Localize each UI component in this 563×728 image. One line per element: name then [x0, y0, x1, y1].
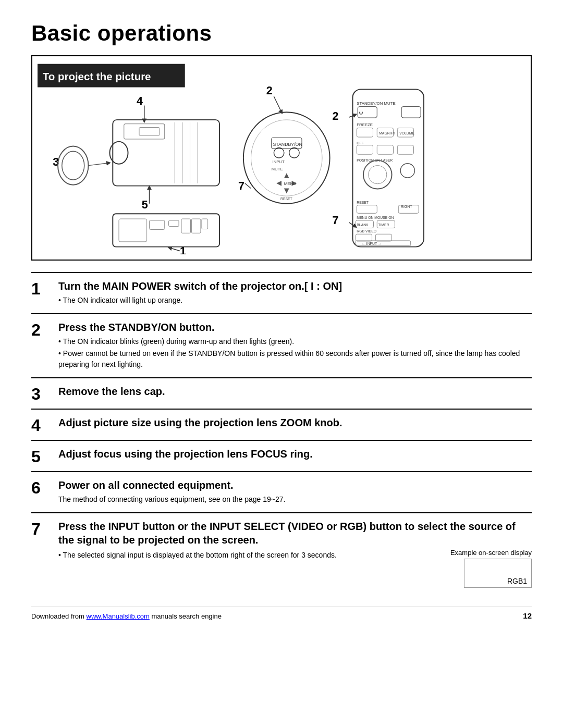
step-1-row: 1 Turn the MAIN POWER switch of the proj…	[31, 272, 532, 313]
step-1-title: Turn the MAIN POWER switch of the projec…	[58, 279, 532, 293]
svg-text:⏻: ⏻	[359, 110, 363, 115]
step-7-title: Press the INPUT button or the INPUT SELE…	[58, 520, 532, 547]
svg-text:4: 4	[137, 95, 143, 107]
step-4-row: 4 Adjust picture size using the projecti…	[31, 409, 532, 440]
step-7-row: 7 Press the INPUT button or the INPUT SE…	[31, 512, 532, 594]
step-4-content: Adjust picture size using the projection…	[58, 416, 532, 431]
svg-text:← INPUT →: ← INPUT →	[362, 242, 382, 245]
step-6-number: 6	[31, 478, 58, 496]
onscreen-display-box: RGB1	[464, 559, 532, 588]
step-7-content: Press the INPUT button or the INPUT SELE…	[58, 520, 532, 588]
svg-rect-74	[356, 234, 372, 241]
step-2-body: The ON indicator blinks (green) during w…	[58, 336, 532, 370]
svg-rect-58	[377, 145, 393, 155]
svg-text:5: 5	[142, 199, 148, 212]
step-7-body: The selected signal input is displayed a…	[58, 550, 438, 562]
step-3-row: 3 Remove the lens cap.	[31, 377, 532, 409]
svg-text:2: 2	[332, 110, 338, 122]
step-6-body: The method of connecting various equipme…	[58, 494, 532, 505]
svg-point-62	[369, 166, 387, 184]
svg-text:RESET: RESET	[357, 201, 369, 204]
svg-rect-65	[357, 205, 377, 214]
svg-line-26	[170, 248, 180, 251]
step-6-note: The method of connecting various equipme…	[58, 494, 532, 505]
svg-rect-24	[202, 219, 208, 229]
step-7-number: 7	[31, 520, 58, 537]
svg-rect-48	[401, 107, 421, 118]
svg-text:1: 1	[180, 245, 186, 254]
svg-point-61	[363, 161, 392, 189]
svg-rect-20	[150, 220, 165, 230]
svg-point-4	[58, 146, 89, 185]
page-footer: Downloaded from www.Manualslib.com manua…	[31, 607, 532, 620]
step-2-content: Press the STANDBY/ON button. The ON indi…	[58, 320, 532, 371]
step-7-bullet-1: The selected signal input is displayed a…	[58, 550, 438, 561]
svg-rect-21	[169, 220, 179, 227]
svg-rect-7	[113, 120, 219, 186]
step-3-number: 3	[31, 385, 58, 402]
svg-text:RESET: RESET	[280, 197, 292, 201]
step-3-content: Remove the lens cap.	[58, 385, 532, 400]
diagram-section: To project the picture 4 3	[31, 55, 532, 261]
svg-rect-22	[181, 219, 191, 233]
step-5-row: 5 Adjust focus using the projection lens…	[31, 440, 532, 471]
svg-text:MUTE: MUTE	[272, 167, 283, 171]
step-6-title: Power on all connected equipment.	[58, 478, 532, 492]
step-5-number: 5	[31, 447, 58, 465]
step-2-title: Press the STANDBY/ON button.	[58, 320, 532, 334]
step-1-bullet-1: The ON indicator will light up orange.	[58, 295, 532, 306]
svg-text:STANDBY/ON: STANDBY/ON	[273, 142, 302, 147]
svg-text:OFF: OFF	[357, 141, 364, 145]
svg-text:7: 7	[332, 214, 338, 227]
step-3-title: Remove the lens cap.	[58, 385, 532, 398]
onscreen-display-label: Example on-screen display	[450, 549, 532, 557]
page-number: 12	[523, 611, 532, 620]
svg-text:To project the picture: To project the picture	[43, 70, 151, 82]
svg-point-33	[274, 148, 284, 158]
svg-line-28	[274, 96, 282, 112]
step-1-body: The ON indicator will light up orange.	[58, 295, 532, 306]
step-4-number: 4	[31, 416, 58, 434]
diagram-svg: To project the picture 4 3	[38, 61, 525, 254]
svg-text:MENU ON    MOUSE ON: MENU ON MOUSE ON	[357, 216, 394, 219]
svg-rect-57	[357, 145, 373, 155]
svg-text:7: 7	[238, 180, 244, 192]
svg-text:BLANK: BLANK	[357, 223, 369, 227]
footer-left: Downloaded from www.Manualslib.com manua…	[31, 612, 222, 620]
svg-point-34	[289, 148, 300, 158]
svg-text:VOLUME: VOLUME	[399, 131, 414, 135]
svg-marker-37	[284, 173, 289, 178]
step-2-bullet-1: The ON indicator blinks (green) during w…	[58, 336, 532, 347]
footer-suffix: manuals search engine	[152, 612, 222, 620]
step-6-row: 6 Power on all connected equipment. The …	[31, 471, 532, 512]
step-6-content: Power on all connected equipment. The me…	[58, 478, 532, 506]
svg-line-44	[245, 183, 251, 189]
svg-rect-23	[191, 219, 201, 233]
steps-section: 1 Turn the MAIN POWER switch of the proj…	[31, 272, 532, 594]
svg-marker-39	[276, 181, 282, 186]
step-2-number: 2	[31, 320, 58, 338]
svg-rect-13	[124, 124, 165, 139]
svg-line-6	[89, 163, 109, 166]
svg-marker-38	[284, 189, 289, 194]
svg-text:FREEZE: FREEZE	[357, 122, 373, 127]
onscreen-display-value: RGB1	[507, 577, 527, 585]
step-4-title: Adjust picture size using the projection…	[58, 416, 532, 429]
footer-text: Downloaded from	[31, 612, 84, 620]
svg-text:TIMER: TIMER	[378, 223, 389, 227]
step-5-content: Adjust focus using the projection lens F…	[58, 447, 532, 463]
svg-point-5	[62, 151, 84, 180]
svg-text:INPUT: INPUT	[272, 159, 285, 164]
step-5-title: Adjust focus using the projection lens F…	[58, 447, 532, 461]
footer-link[interactable]: www.Manualslib.com	[87, 612, 150, 620]
svg-rect-75	[375, 234, 391, 241]
svg-point-63	[400, 164, 414, 178]
svg-rect-19	[119, 219, 147, 242]
svg-text:RGB         VIDEO: RGB VIDEO	[357, 229, 376, 233]
svg-text:MENU: MENU	[284, 181, 296, 186]
step-1-content: Turn the MAIN POWER switch of the projec…	[58, 279, 532, 307]
page-title: Basic operations	[31, 21, 532, 46]
step-1-number: 1	[31, 279, 58, 297]
svg-rect-14	[139, 128, 160, 136]
diagram-area: To project the picture 4 3	[32, 56, 531, 260]
